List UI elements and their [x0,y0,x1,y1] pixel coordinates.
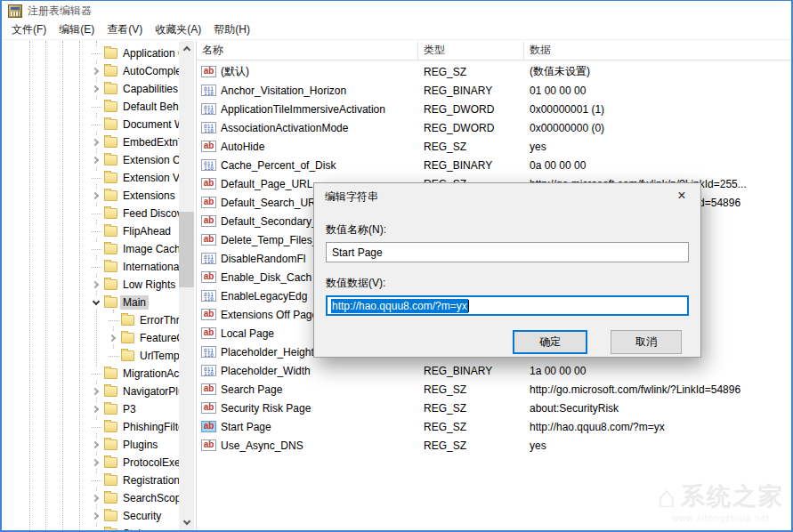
chevron-right-icon[interactable] [90,154,102,166]
tree-item-default-behaviors[interactable]: Default Behaviors [2,98,179,116]
registry-value-row-applicationtileimmersiveactivation[interactable]: 011110ApplicationTileImmersiveActivation… [197,100,791,118]
tree-item-embedextntoclsidmappings[interactable]: EmbedExtnToClsidMappings [2,133,179,151]
registry-value-row-start-page[interactable]: abStart PageREG_SZhttp://hao.qquu8.com/?… [197,417,791,436]
tree-item-label[interactable]: International [120,260,179,274]
column-header-type[interactable]: 类型 [418,41,524,60]
tree-item-featurecontrol[interactable]: FeatureControl [2,329,179,347]
tree-item-label[interactable]: Security [120,509,164,523]
tree-item-label[interactable]: Extensions [120,189,178,203]
tree-item-label[interactable]: Application Compatibility [120,46,179,60]
value-name-field[interactable]: Start Page [326,242,689,262]
value-name[interactable]: AssociationActivationMode [221,122,418,134]
tree-item-extension-validation[interactable]: Extension Validation [2,169,179,187]
tree-item-application-compatibility[interactable]: Application Compatibility [2,44,179,62]
scrollbar-thumb[interactable] [179,212,194,287]
tree-item-main[interactable]: Main [2,294,179,311]
tree-item-feed-discovery[interactable]: Feed Discovery [2,205,179,222]
tree-item-label[interactable]: ErrorThresholds [137,313,179,327]
chevron-right-icon[interactable] [90,65,102,77]
chevron-right-icon[interactable] [90,510,102,522]
tree-item-label[interactable]: Styles [120,527,155,530]
chevron-right-icon[interactable] [90,403,102,415]
tree-item-label[interactable]: Default Behaviors [120,100,179,114]
scroll-down-button[interactable] [179,515,194,530]
registry-value-row-security-risk-page[interactable]: abSecurity Risk PageREG_SZabout:Security… [197,399,791,417]
chevron-right-icon[interactable] [90,439,102,451]
tree-item-plugins[interactable]: Plugins [2,436,179,454]
tree-item-extension-compatibility[interactable]: Extension Compatibility [2,151,179,169]
tree-item-label[interactable]: AutoComplete [120,64,179,78]
tree-item-label[interactable]: Feed Discovery [120,206,179,221]
chevron-right-icon[interactable] [90,385,102,398]
value-name[interactable]: Anchor_Visitation_Horizon [221,85,418,97]
tree-item-navigatorpluginslist[interactable]: NavigatorPluginsList [2,383,179,400]
chevron-right-icon[interactable] [90,278,102,291]
tree-item-low-rights[interactable]: Low Rights [2,276,179,294]
chevron-right-icon[interactable] [107,332,119,344]
close-icon[interactable]: × [663,183,700,208]
tree-item-label[interactable]: Low Rights [120,278,178,292]
value-name[interactable]: Start Page [221,421,418,433]
tree-item-urltemplate[interactable]: UrlTemplate [2,347,179,365]
value-name[interactable]: Use_Async_DNS [221,439,418,452]
tree-vertical-scrollbar[interactable] [179,41,194,530]
tree-item-searchscopes[interactable]: SearchScopes [2,489,179,507]
tree-item-label[interactable]: FeatureControl [137,331,179,345]
ok-button[interactable]: 确定 [513,330,587,354]
column-header-data[interactable]: 数据 [524,41,791,60]
tree-item-label[interactable]: PhishingFilter [120,420,179,434]
tree-item-label[interactable]: Extension Compatibility [120,153,179,167]
scroll-up-button[interactable] [179,41,194,56]
chevron-right-icon[interactable] [90,456,102,469]
tree-item-label[interactable]: Document Windows [120,117,179,132]
title-bar[interactable]: 注册表编辑器 [2,1,791,20]
value-data-input[interactable]: http://hao.qquu8.com/?m=yx [326,295,689,316]
tree-item-label[interactable]: Capabilities [120,82,179,96]
chevron-right-icon[interactable] [90,189,102,202]
chevron-down-icon[interactable] [90,296,102,309]
registry-value-row-autohide[interactable]: abAutoHideREG_SZyes [197,137,791,156]
registry-value-row-placeholder-width[interactable]: 011110Placeholder_WidthREG_BINARY1a 00 0… [197,361,791,380]
value-name[interactable]: (默认) [221,64,418,79]
tree-item-label[interactable]: FlipAhead [120,224,174,238]
tree-item-errorthresholds[interactable]: ErrorThresholds [2,311,179,329]
tree-item-migrationactions[interactable]: MigrationActions [2,365,179,383]
registry-value-row-cache-percent-of-disk[interactable]: 011110Cache_Percent_of_DiskREG_BINARY0a … [197,156,791,174]
tree-item-label[interactable]: UrlTemplate [137,349,179,363]
tree-item-label[interactable]: ProtocolExecute [120,455,179,470]
value-name[interactable]: Security Risk Page [221,402,418,415]
tree-item-label[interactable]: Extension Validation [120,171,179,185]
menu-item-e[interactable]: 编辑(E) [53,20,101,40]
dialog-title-bar[interactable]: 编辑字符串 [314,183,700,210]
column-header-name[interactable]: 名称 [197,41,418,60]
tree-item-label[interactable]: Image Caching [120,242,179,256]
tree-item-phishingfilter[interactable]: PhishingFilter [2,418,179,436]
tree-item-label[interactable]: Registration [120,473,179,488]
menu-item-h[interactable]: 帮助(H) [207,20,256,40]
registry-value-row-anchor-visitation-horizon[interactable]: 011110Anchor_Visitation_HorizonREG_BINAR… [197,81,791,100]
tree-item-label[interactable]: Main [120,295,149,310]
value-name[interactable]: ApplicationTileImmersiveActivation [221,103,418,116]
value-name[interactable]: AutoHide [221,141,418,153]
registry-value-row-search-page[interactable]: abSearch PageREG_SZhttp://go.microsoft.c… [197,380,791,399]
tree-item-flipahead[interactable]: FlipAhead [2,222,179,240]
tree-item-autocomplete[interactable]: AutoComplete [2,62,179,80]
tree-item-protocolexecute[interactable]: ProtocolExecute [2,454,179,472]
chevron-right-icon[interactable] [90,83,102,95]
registry-value-row-[interactable]: ab(默认)REG_SZ(数值未设置) [197,62,791,81]
registry-value-row-associationactivationmode[interactable]: 011110AssociationActivationModeREG_DWORD… [197,118,791,137]
value-name[interactable]: Placeholder_Width [221,365,418,377]
tree-item-international[interactable]: International [2,258,179,276]
value-name[interactable]: Search Page [221,383,418,396]
tree-item-label[interactable]: Plugins [120,438,160,452]
tree-item-document-windows[interactable]: Document Windows [2,116,179,133]
chevron-right-icon[interactable] [90,492,102,504]
tree-item-security[interactable]: Security [2,507,179,525]
tree-item-label[interactable]: MigrationActions [120,367,179,381]
cancel-button[interactable]: 取消 [611,330,682,354]
tree-item-registration[interactable]: Registration [2,472,179,489]
chevron-right-icon[interactable] [90,136,102,149]
tree-item-label[interactable]: SearchScopes [120,491,179,505]
menu-item-v[interactable]: 查看(V) [101,20,149,40]
menu-item-f[interactable]: 文件(F) [5,20,53,40]
